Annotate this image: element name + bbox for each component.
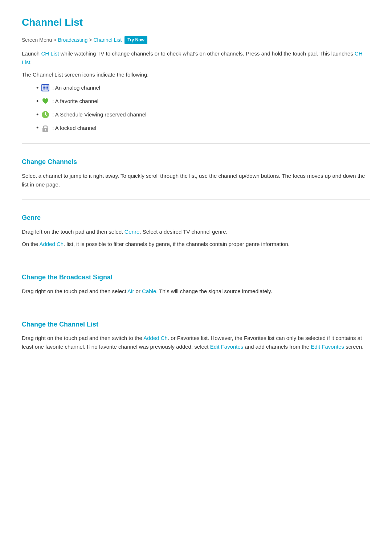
locked-channel-icon bbox=[41, 124, 49, 132]
broadcast-text-3: . This will change the signal source imm… bbox=[156, 288, 272, 294]
locked-channel-label: : A locked channel bbox=[52, 124, 96, 132]
air-link[interactable]: Air bbox=[127, 288, 134, 294]
genre-link[interactable]: Genre bbox=[124, 229, 140, 235]
added-ch-link-1[interactable]: Added Ch bbox=[39, 241, 64, 247]
ch-list-link-1[interactable]: CH List bbox=[41, 50, 59, 57]
schedule-channel-icon bbox=[41, 111, 49, 119]
section-title-broadcast-signal: Change the Broadcast Signal bbox=[22, 272, 370, 283]
breadcrumb-prefix: Screen Menu bbox=[22, 36, 52, 44]
divider-1 bbox=[22, 143, 370, 144]
schedule-channel-label: : A Schedule Viewing reserved channel bbox=[52, 110, 146, 119]
genre-paragraph-1: Drag left on the touch pad and then sele… bbox=[22, 227, 370, 236]
intro-text-mid: while watching TV to change channels or … bbox=[59, 50, 355, 57]
section-title-change-channels: Change Channels bbox=[22, 157, 370, 167]
ccl-text-4: screen. bbox=[344, 344, 363, 350]
section-title-genre: Genre bbox=[22, 213, 370, 223]
genre-paragraph-2: On the Added Ch. list, it is possible to… bbox=[22, 240, 370, 249]
change-channel-list-paragraph: Drag right on the touch pad and then swi… bbox=[22, 334, 370, 351]
intro-paragraph-2: The Channel List screen icons indicate t… bbox=[22, 70, 370, 79]
breadcrumb-separator: > bbox=[53, 36, 56, 44]
analog-channel-label: : An analog channel bbox=[52, 83, 100, 92]
added-ch-link-2[interactable]: Added Ch bbox=[143, 335, 168, 341]
change-channels-paragraph: Select a channel to jump to it right awa… bbox=[22, 172, 370, 189]
section-title-change-channel-list: Change the Channel List bbox=[22, 319, 370, 330]
genre-text-3: On the bbox=[22, 241, 39, 247]
list-item-analog: : An analog channel bbox=[36, 83, 370, 93]
ccl-text-1: Drag right on the touch pad and then swi… bbox=[22, 335, 143, 341]
page-title: Channel List bbox=[22, 15, 370, 31]
divider-2 bbox=[22, 199, 370, 200]
edit-favorites-link-1[interactable]: Edit Favorites bbox=[210, 344, 244, 350]
breadcrumb-broadcasting[interactable]: Broadcasting bbox=[58, 36, 87, 44]
breadcrumb: Screen Menu > Broadcasting > Channel Lis… bbox=[22, 36, 370, 44]
intro-text-end: . bbox=[30, 59, 32, 65]
ccl-text-3: and add channels from the bbox=[243, 344, 311, 350]
icons-list: : An analog channel : A favorite channel… bbox=[36, 83, 370, 133]
broadcast-text-1: Drag right on the touch pad and then sel… bbox=[22, 288, 127, 294]
list-item-locked: : A locked channel bbox=[36, 123, 370, 133]
try-now-badge[interactable]: Try Now bbox=[124, 36, 147, 44]
favorite-channel-icon bbox=[41, 97, 49, 105]
broadcast-signal-paragraph: Drag right on the touch pad and then sel… bbox=[22, 287, 370, 296]
genre-text-4: . list, it is possible to filter channel… bbox=[64, 241, 290, 247]
cable-link[interactable]: Cable bbox=[142, 288, 156, 294]
breadcrumb-separator-2: > bbox=[89, 36, 92, 44]
intro-text-pre: Launch bbox=[22, 50, 41, 57]
list-item-favorite: : A favorite channel bbox=[36, 96, 370, 107]
svg-point-13 bbox=[45, 129, 46, 131]
svg-point-11 bbox=[45, 114, 46, 115]
genre-text-1: Drag left on the touch pad and then sele… bbox=[22, 229, 124, 235]
favorite-channel-label: : A favorite channel bbox=[52, 97, 98, 106]
divider-4 bbox=[22, 306, 370, 306]
analog-channel-icon bbox=[41, 84, 49, 92]
divider-3 bbox=[22, 259, 370, 259]
broadcast-text-2: or bbox=[134, 288, 142, 294]
edit-favorites-link-2[interactable]: Edit Favorites bbox=[311, 344, 344, 350]
breadcrumb-channel-list[interactable]: Channel List bbox=[93, 36, 122, 44]
genre-text-2: . Select a desired TV channel genre. bbox=[139, 229, 227, 235]
list-item-schedule: : A Schedule Viewing reserved channel bbox=[36, 110, 370, 120]
intro-paragraph-1: Launch CH List while watching TV to chan… bbox=[22, 49, 370, 67]
